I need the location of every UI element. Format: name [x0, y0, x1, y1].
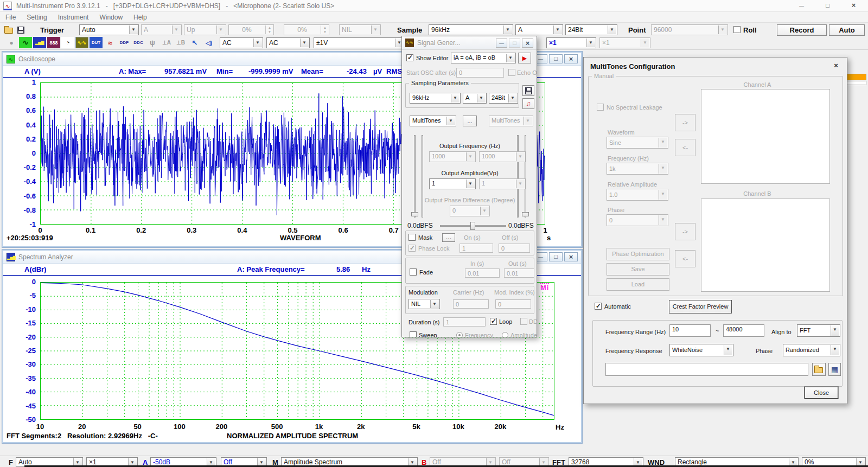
probe-calibration-icon[interactable]: ↖ [188, 37, 201, 48]
roll-checkbox[interactable] [733, 26, 741, 33]
sweep-amplitude-radio[interactable] [502, 332, 508, 337]
remove-from-a-button[interactable]: <- [675, 139, 695, 156]
align-to-select[interactable]: FFT [797, 324, 840, 337]
channel-b-listbox[interactable] [701, 199, 830, 292]
signal-generator-icon[interactable]: ∿∿ [75, 37, 88, 48]
file-path-input[interactable] [605, 363, 808, 376]
fade-checkbox[interactable] [410, 268, 417, 276]
freq-a-select[interactable]: 1000 [429, 151, 476, 162]
close-icon[interactable] [831, 61, 841, 71]
dds-checkbox[interactable] [520, 318, 527, 325]
spinner-arrows-icon[interactable] [321, 25, 328, 34]
echo-only-checkbox[interactable] [508, 69, 515, 76]
phase-lock-checkbox[interactable] [409, 245, 416, 252]
generator-run-button[interactable] [518, 53, 531, 63]
ground-a-icon[interactable]: ⊥A [160, 37, 173, 48]
sweep-frequency-radio[interactable] [456, 332, 463, 337]
menu-item-window[interactable]: Window [94, 12, 128, 22]
close-icon[interactable] [522, 39, 533, 48]
waveform-a-select[interactable]: MultiTones [410, 116, 456, 126]
open-file-icon[interactable] [4, 28, 13, 34]
mask-on-input[interactable]: 1 [459, 244, 493, 253]
phase-select[interactable]: 0 [607, 214, 668, 226]
freq-b-select[interactable]: 1000 [479, 151, 526, 162]
close-button[interactable]: Close [805, 387, 838, 399]
modulation-select[interactable]: NIL [409, 299, 440, 309]
close-icon[interactable] [564, 54, 578, 63]
run-indicator-icon[interactable]: ● [5, 37, 18, 48]
phase-diff-select[interactable]: 0 [450, 206, 490, 216]
signal-generator-titlebar[interactable]: ∿∿ Signal Gener... [402, 36, 537, 50]
trigger-mode-select[interactable]: Auto [79, 24, 139, 35]
save-file-icon[interactable] [17, 27, 24, 34]
save-button[interactable]: Save [607, 263, 669, 276]
gen-bits-select[interactable]: 24Bit [489, 93, 518, 104]
coupling-b-select[interactable]: AC [266, 37, 310, 48]
remove-from-b-button[interactable]: <- [675, 250, 695, 267]
slider-thumb[interactable] [411, 212, 418, 216]
voltage-range-select[interactable]: ±1V [314, 37, 405, 48]
amp-b-select[interactable]: 1 [479, 178, 526, 189]
mask-off-input[interactable]: 0 [499, 244, 530, 253]
spectrum-analyzer-icon[interactable]: ▂▅▇ [33, 37, 46, 48]
phase-optimization-button[interactable]: Phase Optimization [607, 248, 669, 260]
add-to-b-button[interactable]: -> [675, 223, 695, 240]
ddc-icon[interactable]: DDC [132, 37, 145, 48]
mask-checkbox[interactable] [409, 234, 416, 241]
routing-select[interactable]: iA = oA, iB = oB [451, 53, 516, 63]
gen-sample-rate-select[interactable]: 96kHz [410, 93, 461, 104]
ddp-viewer-icon[interactable]: DDP [118, 37, 131, 48]
close-button[interactable] [841, 0, 866, 11]
menu-item-instrument[interactable]: Instrument [53, 12, 94, 22]
waveform-select[interactable]: Sine [607, 137, 668, 149]
spectrum-3d-plot-icon[interactable]: ◔ [61, 37, 74, 48]
waveform-b-select[interactable]: MultiTones [489, 116, 533, 126]
speaker-icon[interactable]: ◁) [202, 37, 215, 48]
sample-bits-select[interactable]: 24Bit [565, 24, 617, 35]
probe-a-select[interactable]: ×1 [546, 37, 596, 48]
multimeter-icon[interactable]: 888 [47, 37, 60, 48]
coupling-a-select[interactable]: AC [220, 37, 263, 48]
minimize-icon[interactable] [496, 39, 507, 48]
menu-item-setting[interactable]: Setting [21, 12, 52, 22]
tone-editor-button[interactable] [522, 98, 534, 109]
multitones-config-button[interactable]: ... [463, 116, 477, 126]
auto-button[interactable]: Auto [829, 24, 865, 36]
slider-thumb[interactable] [470, 222, 475, 230]
duration-input[interactable]: 1 [443, 317, 486, 327]
fade-out-input[interactable]: 0.01 [504, 268, 534, 278]
amp-a-select[interactable]: 1 [429, 178, 476, 189]
slider-thumb[interactable] [522, 212, 529, 216]
point-count-select[interactable]: 96000 [651, 24, 728, 35]
save-signal-button[interactable] [522, 85, 534, 96]
browse-file-button[interactable] [812, 363, 826, 376]
trigger-delay-spinner[interactable]: 0% [284, 24, 329, 35]
close-icon[interactable] [564, 252, 578, 261]
oscilloscope-icon[interactable]: ∿ [19, 37, 32, 48]
menu-item-help[interactable]: Help [128, 12, 152, 22]
restore-icon[interactable] [549, 252, 563, 261]
freq-max-input[interactable]: 48000 [723, 324, 764, 337]
fade-in-input[interactable]: 0.01 [465, 268, 500, 278]
minimize-button[interactable] [789, 0, 814, 11]
no-spectral-leakage-checkbox[interactable] [597, 104, 604, 111]
restore-icon[interactable] [549, 54, 563, 63]
sweep-checkbox[interactable] [410, 331, 417, 337]
freq-min-input[interactable]: 10 [669, 324, 711, 337]
load-button[interactable]: Load [607, 278, 669, 291]
derived-data-point-icon[interactable]: ≈ [104, 37, 117, 48]
automatic-checkbox[interactable] [595, 303, 602, 310]
spinner-arrows-icon[interactable] [265, 25, 273, 34]
trigger-source-select[interactable]: A [141, 24, 182, 35]
relative-amplitude-select[interactable]: 1.0 [607, 189, 668, 201]
device-test-plan-icon[interactable]: DUT [90, 37, 103, 48]
gen-channel-select[interactable]: A [463, 93, 487, 104]
record-button[interactable]: Record [777, 24, 827, 36]
sample-rate-select[interactable]: 96kHz [429, 24, 513, 35]
frequency-response-select[interactable]: WhiteNoise [669, 344, 733, 356]
menu-item-file[interactable]: File [0, 12, 21, 22]
probe-b-select[interactable]: ×1 [599, 37, 650, 48]
frequency-select[interactable]: 1k [607, 163, 668, 175]
maximize-button[interactable] [815, 0, 840, 11]
mod-index-input[interactable]: 0 [495, 299, 531, 309]
